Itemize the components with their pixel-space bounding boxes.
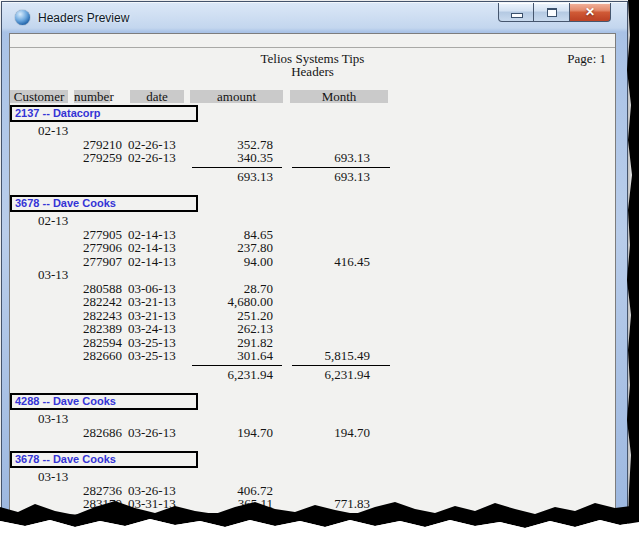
column-header-number: number <box>74 90 110 103</box>
date-cell: 03-26-13 <box>128 484 176 498</box>
amount-total-cell: 693.13 <box>183 170 273 184</box>
amount-cell: 84.65 <box>183 228 273 242</box>
column-header-row: Customer number date amount Month <box>10 90 615 104</box>
maximize-button[interactable] <box>534 3 570 22</box>
amount-cell: 4,680.00 <box>183 295 273 309</box>
report-section: 4288 -- Dave Cooks03-1328268603-26-13194… <box>10 393 615 439</box>
detail-row: 28238903-24-13262.13 <box>10 322 615 336</box>
minimize-button[interactable] <box>498 3 534 22</box>
date-cell: 03-06-13 <box>128 282 176 296</box>
amount-cell: 352.78 <box>183 138 273 152</box>
amount-cell: 291.82 <box>183 336 273 350</box>
month-total-cell: 693.13 <box>280 170 370 184</box>
customer-header-link[interactable]: 3678 -- Dave Cooks <box>10 195 198 212</box>
minimize-icon <box>511 13 523 18</box>
amount-cell: 406.72 <box>183 484 273 498</box>
month-subtotal-cell: 693.13 <box>280 151 370 165</box>
date-cell: 02-26-13 <box>128 138 176 152</box>
column-header-amount: amount <box>190 90 283 103</box>
report-body: 2137 -- Datacorp02-1327921002-26-13352.7… <box>10 105 615 515</box>
totals-row: 6,231.946,231.94 <box>10 368 615 382</box>
detail-row: 27790502-14-1384.65 <box>10 228 615 242</box>
month-group-label: 02-13 <box>38 124 68 138</box>
month-subtotal-cell: 416.45 <box>280 255 370 269</box>
detail-row: 28224203-21-134,680.00 <box>10 295 615 309</box>
column-header-date: date <box>130 90 184 103</box>
month-subtotal-cell: 194.70 <box>280 426 370 440</box>
amount-cell: 237.80 <box>183 241 273 255</box>
detail-row: 27790702-14-1394.00416.45 <box>10 255 615 269</box>
date-cell: 03-21-13 <box>128 295 176 309</box>
customer-header-link[interactable]: 4288 -- Dave Cooks <box>10 393 198 410</box>
amount-total-rule <box>192 365 282 366</box>
column-header-customer: Customer <box>10 90 68 103</box>
preview-divider-line <box>10 47 615 48</box>
amount-cell: 262.13 <box>183 322 273 336</box>
month-group-row: 02-13 <box>10 124 615 138</box>
page-number-label: Page: 1 <box>567 51 606 67</box>
close-button[interactable]: ✕ <box>570 3 611 22</box>
month-subtotal-cell: 771.83 <box>280 497 370 511</box>
amount-total-cell: 6,231.94 <box>183 368 273 382</box>
detail-row: 28268603-26-13194.70194.70 <box>10 426 615 440</box>
date-cell: 03-26-13 <box>128 426 176 440</box>
date-cell: 03-24-13 <box>128 322 176 336</box>
month-group-row: 03-13 <box>10 268 615 282</box>
amount-cell: 94.00 <box>183 255 273 269</box>
totals-row: 693.13693.13 <box>10 170 615 184</box>
invoice-number-cell: 277905 <box>62 228 122 242</box>
maximize-icon <box>547 8 557 17</box>
invoice-number-cell: 279259 <box>62 151 122 165</box>
month-group-label: 03-13 <box>38 470 68 484</box>
month-total-cell: 6,231.94 <box>280 368 370 382</box>
customer-header-link[interactable]: 2137 -- Datacorp <box>10 105 198 122</box>
window-title: Headers Preview <box>38 11 129 25</box>
detail-row: 28259403-25-13291.82 <box>10 336 615 350</box>
amount-cell: 28.70 <box>183 282 273 296</box>
detail-row: 28317903-31-13365.11771.83 <box>10 497 615 511</box>
date-cell: 02-14-13 <box>128 241 176 255</box>
report-section: 3678 -- Dave Cooks03-1328273603-26-13406… <box>10 451 615 515</box>
detail-row: 28224303-21-13251.20 <box>10 309 615 323</box>
report-section: 3678 -- Dave Cooks02-1327790502-14-1384.… <box>10 195 615 381</box>
invoice-number-cell: 280588 <box>62 282 122 296</box>
date-cell: 03-25-13 <box>128 336 176 350</box>
detail-row: 28058803-06-1328.70 <box>10 282 615 296</box>
date-cell: 03-31-13 <box>128 497 176 511</box>
date-cell: 02-14-13 <box>128 228 176 242</box>
month-group-row: 03-13 <box>10 412 615 426</box>
date-cell: 02-14-13 <box>128 255 176 269</box>
month-subtotal-cell: 5,815.49 <box>280 349 370 363</box>
invoice-number-cell: 282660 <box>62 349 122 363</box>
invoice-number-cell: 283179 <box>62 497 122 511</box>
screenshot-root: Headers Preview ✕ Telios Systems Tips He… <box>0 0 639 537</box>
amount-total-rule <box>192 167 282 168</box>
invoice-number-cell: 282243 <box>62 309 122 323</box>
month-group-label: 02-13 <box>38 214 68 228</box>
invoice-number-cell: 279210 <box>62 138 122 152</box>
invoice-number-cell: 277907 <box>62 255 122 269</box>
app-icon <box>15 10 30 25</box>
detail-row: 28273603-26-13406.72 <box>10 484 615 498</box>
invoice-number-cell: 282736 <box>62 484 122 498</box>
totals-rule-row <box>10 511 615 516</box>
report-section: 2137 -- Datacorp02-1327921002-26-13352.7… <box>10 105 615 183</box>
month-group-label: 03-13 <box>38 268 68 282</box>
close-icon: ✕ <box>570 3 610 21</box>
detail-row: 27925902-26-13340.35693.13 <box>10 151 615 165</box>
detail-row: 28266003-25-13301.645,815.49 <box>10 349 615 363</box>
invoice-number-cell: 277906 <box>62 241 122 255</box>
date-cell: 03-25-13 <box>128 349 176 363</box>
month-group-row: 03-13 <box>10 470 615 484</box>
column-header-month: Month <box>290 90 388 103</box>
detail-row: 27921002-26-13352.78 <box>10 138 615 152</box>
customer-header-link[interactable]: 3678 -- Dave Cooks <box>10 451 198 468</box>
amount-cell: 194.70 <box>183 426 273 440</box>
detail-row: 27790602-14-13237.80 <box>10 241 615 255</box>
window-controls: ✕ <box>498 3 611 22</box>
amount-cell: 251.20 <box>183 309 273 323</box>
amount-total-rule <box>192 513 282 514</box>
date-cell: 02-26-13 <box>128 151 176 165</box>
date-cell: 03-21-13 <box>128 309 176 323</box>
month-total-rule <box>292 513 390 514</box>
